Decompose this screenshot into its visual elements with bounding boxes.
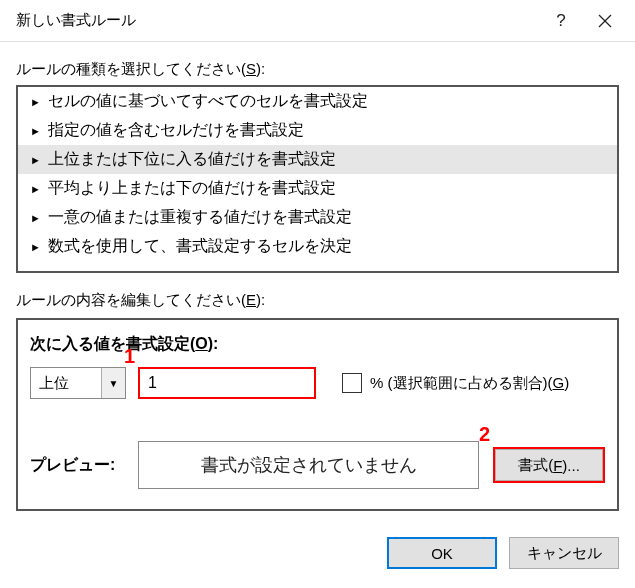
rule-item-top-bottom[interactable]: ►上位または下位に入る値だけを書式設定 bbox=[18, 145, 617, 174]
help-button[interactable]: ? bbox=[539, 1, 583, 41]
rule-type-list[interactable]: ►セルの値に基づいてすべてのセルを書式設定 ►指定の値を含むセルだけを書式設定 … bbox=[16, 85, 619, 273]
percent-label: % (選択範囲に占める割合)(G) bbox=[370, 374, 569, 393]
rule-item-all-cells[interactable]: ►セルの値に基づいてすべてのセルを書式設定 bbox=[18, 87, 617, 116]
bullet-icon: ► bbox=[30, 154, 42, 166]
window-title: 新しい書式ルール bbox=[16, 11, 539, 30]
annotation-2: 2 bbox=[479, 423, 490, 446]
bullet-icon: ► bbox=[30, 183, 42, 195]
rule-item-specific-value[interactable]: ►指定の値を含むセルだけを書式設定 bbox=[18, 116, 617, 145]
bullet-icon: ► bbox=[30, 241, 42, 253]
close-icon bbox=[598, 14, 612, 28]
bullet-icon: ► bbox=[30, 96, 42, 108]
percent-checkbox[interactable] bbox=[342, 373, 362, 393]
bullet-icon: ► bbox=[30, 212, 42, 224]
rank-direction-combo[interactable]: 上位 ▼ bbox=[30, 367, 126, 399]
rule-item-formula[interactable]: ►数式を使用して、書式設定するセルを決定 bbox=[18, 232, 617, 261]
rank-label: 次に入る値を書式設定(O): bbox=[30, 334, 605, 355]
preview-label: プレビュー: bbox=[30, 455, 124, 476]
preview-box: 書式が設定されていません bbox=[138, 441, 479, 489]
ok-button[interactable]: OK bbox=[387, 537, 497, 569]
bullet-icon: ► bbox=[30, 125, 42, 137]
rule-type-label: ルールの種類を選択してください(S): bbox=[16, 60, 619, 79]
cancel-button[interactable]: キャンセル bbox=[509, 537, 619, 569]
close-button[interactable] bbox=[583, 1, 627, 41]
rule-edit-panel: 次に入る値を書式設定(O): 上位 ▼ 1 % (選択範囲に占める割合)(G) … bbox=[16, 318, 619, 511]
rule-item-average[interactable]: ►平均より上または下の値だけを書式設定 bbox=[18, 174, 617, 203]
combo-value: 上位 bbox=[31, 374, 101, 393]
format-button[interactable]: 書式(F)... bbox=[493, 447, 605, 483]
title-bar: 新しい書式ルール ? bbox=[0, 0, 635, 42]
dialog-footer: OK キャンセル bbox=[0, 523, 635, 569]
rule-edit-label: ルールの内容を編集してください(E): bbox=[16, 291, 619, 310]
rank-value-input[interactable] bbox=[138, 367, 316, 399]
chevron-down-icon[interactable]: ▼ bbox=[101, 368, 125, 398]
rule-item-unique-duplicate[interactable]: ►一意の値または重複する値だけを書式設定 bbox=[18, 203, 617, 232]
